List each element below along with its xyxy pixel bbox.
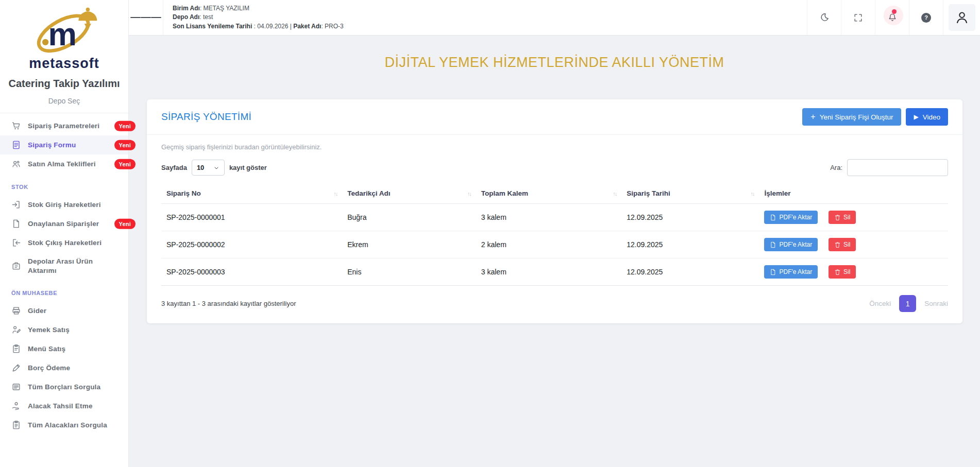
main-content: DİJİTAL YEMEK HİZMETLERİNDE AKILLI YÖNET… bbox=[129, 35, 980, 467]
next-page-button[interactable]: Sonraki bbox=[924, 300, 948, 307]
sidebar-item-label: Stok Giriş Hareketleri bbox=[28, 200, 101, 210]
table-row: SP-2025-0000002 Ekrem 2 kalem 12.09.2025… bbox=[161, 231, 948, 258]
sidebar-item-depolar-arasi-urun-aktarimi[interactable]: Depolar Arası Ürün Aktarımı bbox=[0, 252, 119, 280]
notifications-button[interactable] bbox=[875, 0, 909, 35]
avatar bbox=[949, 4, 975, 31]
brand-logo: m metassoft bbox=[0, 0, 128, 72]
sidebar-item-siparis-formu[interactable]: Sipariş Formu Yeni bbox=[0, 135, 128, 154]
table-header-row: Sipariş No↑↓ Tedarikçi Adı↑↓ Toplam Kale… bbox=[161, 183, 948, 204]
sidebar-item-label: Depolar Arası Ürün Aktarımı bbox=[28, 257, 113, 275]
clipboard-list-icon bbox=[11, 420, 21, 430]
column-tedarikci-adi[interactable]: Tedarikçi Adı↑↓ bbox=[342, 183, 476, 204]
fullscreen-icon bbox=[853, 13, 863, 23]
chevron-down-icon bbox=[213, 165, 219, 171]
brand-name: metassoft bbox=[0, 56, 128, 72]
sidebar-item-label: Sipariş Formu bbox=[28, 141, 76, 150]
pen-icon bbox=[11, 363, 21, 373]
pdf-export-button[interactable]: PDF'e Aktar bbox=[764, 211, 818, 224]
orders-table: Sipariş No↑↓ Tedarikçi Adı↑↓ Toplam Kale… bbox=[161, 183, 948, 286]
pagination: Önceki 1 Sonraki bbox=[869, 295, 948, 312]
sidebar-item-stok-cikis-hareketleri[interactable]: Stok Çıkış Hareketleri bbox=[0, 233, 128, 252]
box-in-icon bbox=[11, 200, 21, 210]
new-order-button[interactable]: + Yeni Sipariş Fişi Oluştur bbox=[802, 108, 901, 126]
menu-toggle-button[interactable] bbox=[129, 0, 163, 35]
tenant-info: Birim Adı: METAŞ YAZILIM Depo Adı: test … bbox=[163, 0, 344, 35]
help-icon: ? bbox=[921, 13, 931, 23]
users-icon bbox=[11, 159, 21, 169]
sidebar-item-stok-giris-hareketleri[interactable]: Stok Giriş Hareketleri bbox=[0, 195, 128, 214]
pdf-file-icon bbox=[770, 269, 776, 275]
sort-icon[interactable]: ↑↓ bbox=[613, 191, 616, 197]
svg-text:m: m bbox=[48, 16, 76, 52]
sidebar-item-label: Onaylanan Siparişler bbox=[28, 219, 99, 229]
sort-icon[interactable]: ↑↓ bbox=[750, 191, 754, 197]
page-size-suffix: kayıt göster bbox=[229, 164, 267, 171]
help-button[interactable]: ? bbox=[909, 0, 943, 35]
order-management-card: SİPARİŞ YÖNETİMİ + Yeni Sipariş Fişi Olu… bbox=[147, 99, 962, 323]
sidebar-item-menu-satis[interactable]: Menü Satış bbox=[0, 339, 128, 358]
printer-icon bbox=[11, 306, 21, 316]
new-badge: Yeni bbox=[114, 218, 136, 229]
new-badge: Yeni bbox=[114, 120, 136, 131]
sidebar-item-label: Yemek Satış bbox=[28, 325, 70, 335]
sidebar-item-gider[interactable]: Gider bbox=[0, 301, 128, 320]
page-size-select[interactable]: 10 bbox=[192, 160, 225, 176]
sidebar-item-onaylanan-siparisler[interactable]: Onaylanan Siparişler Yeni bbox=[0, 214, 128, 233]
actions-cell: PDF'e Aktar Sil bbox=[759, 231, 948, 258]
sidebar-section-stok: STOK bbox=[0, 174, 128, 195]
sort-icon[interactable]: ↑↓ bbox=[467, 191, 471, 197]
order-no-cell: SP-2025-0000003 bbox=[161, 258, 342, 286]
search-control: Ara: bbox=[830, 159, 948, 176]
column-islemler: İşlemler bbox=[759, 183, 948, 204]
column-siparis-tarihi[interactable]: Sipariş Tarihi↑↓ bbox=[621, 183, 759, 204]
box-out-icon bbox=[11, 238, 21, 248]
previous-page-button[interactable]: Önceki bbox=[869, 300, 891, 307]
date-cell: 12.09.2025 bbox=[621, 231, 759, 258]
column-siparis-no[interactable]: Sipariş No↑↓ bbox=[161, 183, 342, 204]
column-toplam-kalem[interactable]: Toplam Kalem↑↓ bbox=[476, 183, 621, 204]
top-header: Birim Adı: METAŞ YAZILIM Depo Adı: test … bbox=[129, 0, 980, 35]
dark-mode-button[interactable] bbox=[807, 0, 841, 35]
sidebar-item-yemek-satis[interactable]: Yemek Satış bbox=[0, 320, 128, 339]
sidebar-item-label: Tüm Alacakları Sorgula bbox=[28, 421, 107, 430]
pdf-export-button[interactable]: PDF'e Aktar bbox=[764, 265, 818, 279]
records-info: 3 kayıttan 1 - 3 arasındaki kayıtlar gös… bbox=[161, 300, 296, 307]
card-title: SİPARİŞ YÖNETİMİ bbox=[161, 111, 251, 123]
items-cell: 3 kalem bbox=[476, 204, 621, 231]
sidebar-item-label: Stok Çıkış Hareketleri bbox=[28, 238, 102, 248]
app-title: Catering Takip Yazılımı bbox=[0, 78, 128, 90]
card-description: Geçmiş sipariş fişlerinizi buradan görün… bbox=[161, 143, 948, 151]
trash-icon bbox=[834, 241, 841, 248]
moon-icon bbox=[819, 12, 830, 23]
user-icon bbox=[954, 10, 970, 25]
video-button[interactable]: ▶ Video bbox=[906, 108, 948, 126]
delete-button[interactable]: Sil bbox=[829, 265, 856, 279]
sidebar-item-siparis-parametreleri[interactable]: Sipariş Parametreleri Yeni bbox=[0, 116, 128, 135]
unit-info-line: Birim Adı: METAŞ YAZILIM bbox=[173, 4, 344, 13]
items-cell: 3 kalem bbox=[476, 258, 621, 286]
fullscreen-button[interactable] bbox=[841, 0, 875, 35]
sidebar-item-label: Sipariş Parametreleri bbox=[28, 122, 99, 131]
sidebar-item-tum-alacaklari-sorgula[interactable]: Tüm Alacakları Sorgula bbox=[0, 416, 128, 435]
table-row: SP-2025-0000003 Enis 3 kalem 12.09.2025 … bbox=[161, 258, 948, 286]
hand-coin-icon bbox=[11, 401, 21, 411]
current-page-button[interactable]: 1 bbox=[899, 295, 916, 312]
depot-select[interactable]: Depo Seç bbox=[0, 97, 128, 105]
pdf-export-button[interactable]: PDF'e Aktar bbox=[764, 238, 818, 251]
user-menu-button[interactable] bbox=[943, 0, 980, 35]
sidebar-item-label: Tüm Borçları Sorgula bbox=[28, 383, 100, 392]
delete-button[interactable]: Sil bbox=[829, 238, 856, 251]
sidebar-item-label: Alacak Tahsil Etme bbox=[28, 402, 93, 411]
delete-button[interactable]: Sil bbox=[829, 211, 856, 224]
sidebar-nav: Sipariş Parametreleri Yeni Sipariş Formu… bbox=[0, 113, 128, 435]
trash-icon bbox=[834, 214, 841, 221]
sidebar-item-satin-alma-teklifleri[interactable]: Satın Alma Teklifleri Yeni bbox=[0, 154, 128, 174]
sidebar-item-borc-odeme[interactable]: Borç Ödeme bbox=[0, 358, 128, 377]
sort-icon[interactable]: ↑↓ bbox=[333, 191, 337, 197]
play-icon: ▶ bbox=[914, 113, 918, 120]
hamburger-icon bbox=[130, 17, 141, 18]
sidebar-item-tum-borclari-sorgula[interactable]: Tüm Borçları Sorgula bbox=[0, 377, 128, 396]
sidebar-item-alacak-tahsil-etme[interactable]: Alacak Tahsil Etme bbox=[0, 396, 128, 416]
date-cell: 12.09.2025 bbox=[621, 258, 759, 286]
search-input[interactable] bbox=[847, 159, 948, 176]
